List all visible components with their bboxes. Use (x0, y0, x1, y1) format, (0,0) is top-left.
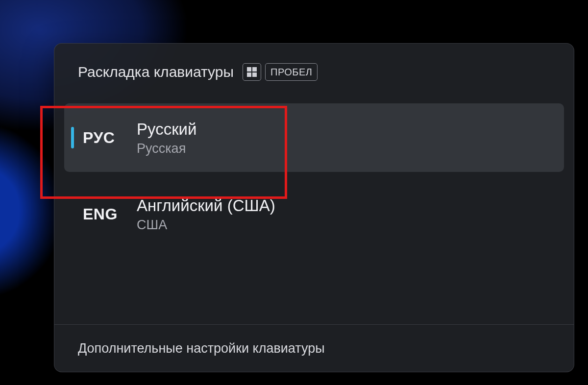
flyout-footer: Дополнительные настройки клавиатуры (54, 324, 574, 372)
keyboard-layout-flyout: Раскладка клавиатуры ПРОБЕЛ РУС Русский … (54, 43, 574, 372)
spacebar-key-label: ПРОБЕЛ (265, 63, 318, 81)
layout-item-english-us[interactable]: ENG Английский (США) США (64, 180, 564, 248)
shortcut-hint: ПРОБЕЛ (243, 63, 318, 81)
layout-variant: Русская (137, 141, 196, 156)
flyout-title: Раскладка клавиатуры (78, 64, 234, 80)
layout-text: Английский (США) США (137, 195, 275, 233)
layout-list: РУС Русский Русская ENG Английский (США)… (54, 91, 574, 248)
layout-code: РУС (83, 129, 137, 147)
layout-name: Английский (США) (137, 195, 275, 216)
layout-name: Русский (137, 119, 196, 139)
layout-item-russian[interactable]: РУС Русский Русская (64, 103, 564, 172)
active-indicator (71, 127, 74, 148)
more-keyboard-settings-link[interactable]: Дополнительные настройки клавиатуры (78, 341, 325, 356)
windows-key-icon (243, 63, 261, 81)
layout-text: Русский Русская (137, 119, 196, 156)
windows-logo-icon (247, 67, 257, 77)
layout-code: ENG (83, 205, 137, 223)
layout-variant: США (137, 217, 275, 233)
flyout-header: Раскладка клавиатуры ПРОБЕЛ (54, 44, 574, 91)
